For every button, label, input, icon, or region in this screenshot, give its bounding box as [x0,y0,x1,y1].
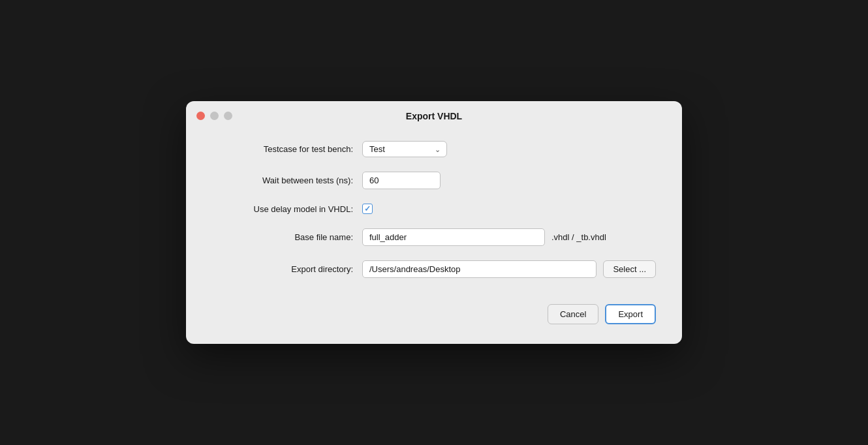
dialog-title: Export VHDL [406,111,462,121]
basename-row: Base file name: .vhdl / _tb.vhdl [212,228,656,246]
wait-row: Wait between tests (ns): [212,172,656,189]
directory-control: Select ... [362,260,656,278]
basename-label: Base file name: [212,232,362,242]
testcase-dropdown-wrapper: Test Test2 All ⌄ [362,141,447,157]
title-bar: Export VHDL [186,101,682,128]
traffic-lights [196,112,232,120]
file-suffix: .vhdl / _tb.vhdl [551,232,606,242]
select-button[interactable]: Select ... [603,260,656,278]
dialog-content: Testcase for test bench: Test Test2 All … [186,128,682,344]
maximize-button[interactable] [224,112,232,120]
delay-row: Use delay model in VHDL: ✓ [212,204,656,214]
checkmark-icon: ✓ [364,205,371,213]
export-vhdl-dialog: Export VHDL Testcase for test bench: Tes… [186,101,682,344]
directory-input[interactable] [362,260,597,278]
testcase-control: Test Test2 All ⌄ [362,141,656,157]
export-button[interactable]: Export [605,304,656,324]
cancel-button[interactable]: Cancel [548,304,598,324]
delay-label: Use delay model in VHDL: [212,204,362,214]
action-row: Cancel Export [212,298,656,324]
testcase-label: Testcase for test bench: [212,144,362,154]
delay-checkbox[interactable]: ✓ [362,204,373,214]
wait-label: Wait between tests (ns): [212,176,362,185]
directory-row: Export directory: Select ... [212,260,656,278]
testcase-row: Testcase for test bench: Test Test2 All … [212,141,656,157]
testcase-dropdown[interactable]: Test Test2 All [362,141,447,157]
basename-control: .vhdl / _tb.vhdl [362,228,656,246]
delay-control: ✓ [362,204,656,214]
directory-label: Export directory: [212,264,362,274]
close-button[interactable] [196,112,205,120]
basename-input[interactable] [362,228,545,246]
minimize-button[interactable] [210,112,219,120]
wait-input[interactable] [362,172,441,189]
wait-control [362,172,656,189]
